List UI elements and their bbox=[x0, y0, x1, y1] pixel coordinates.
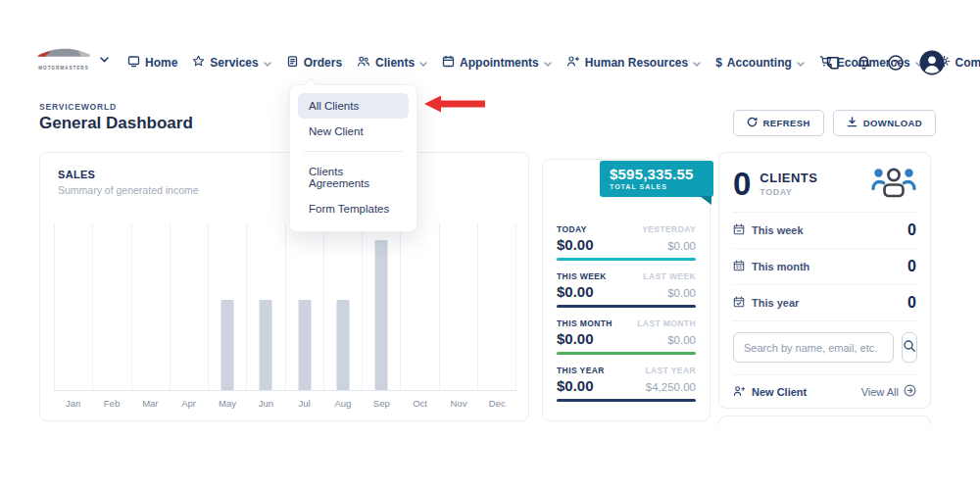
nav-label: Orders bbox=[304, 56, 342, 70]
nav-item-clients[interactable]: Clients bbox=[357, 55, 427, 71]
header-actions: REFRESH DOWNLOAD bbox=[733, 110, 936, 136]
refresh-icon bbox=[747, 117, 758, 129]
chevron-down-icon bbox=[693, 56, 701, 70]
clients-count: 0 bbox=[733, 170, 751, 199]
bell-icon[interactable] bbox=[856, 55, 872, 72]
stat-block-this-year: THIS YEARLAST YEAR $0.00$4,250.00 bbox=[557, 366, 696, 402]
stat-value: $0.00 bbox=[557, 236, 594, 253]
chart-x-label: Jul bbox=[285, 398, 323, 409]
sales-stats-list: TODAYYESTERDAY $0.00$0.00 THIS WEEKLAST … bbox=[557, 224, 696, 413]
nav-label: Appointments bbox=[460, 56, 539, 70]
nav-item-orders[interactable]: Orders bbox=[286, 55, 342, 71]
stat-label: THIS MONTH bbox=[557, 318, 612, 328]
arrow-right-circle-icon bbox=[904, 384, 916, 399]
nav-item-accounting[interactable]: $ Accounting bbox=[715, 56, 805, 70]
chart-column bbox=[400, 223, 438, 390]
stat-compare-value: $0.00 bbox=[667, 240, 696, 252]
client-row-value: 0 bbox=[907, 294, 916, 312]
dropdown-item-clients-agreements[interactable]: Clients Agreements bbox=[298, 159, 409, 196]
person-plus-icon bbox=[566, 55, 580, 71]
clients-row-this-week: This week 0 bbox=[733, 213, 916, 249]
chart-column bbox=[131, 223, 170, 390]
clients-row-this-month: This month 0 bbox=[733, 249, 916, 285]
chart-x-label: Dec bbox=[478, 398, 516, 409]
brand-logo[interactable]: MOTORMASTERS bbox=[35, 46, 109, 71]
chart-bar bbox=[221, 300, 234, 390]
download-label: DOWNLOAD bbox=[863, 118, 922, 128]
stat-label: TODAY bbox=[557, 224, 587, 234]
stat-value: $0.00 bbox=[557, 377, 594, 394]
client-row-value: 0 bbox=[907, 258, 916, 275]
navbar-right-icons: ? bbox=[824, 44, 945, 81]
nav-item-home[interactable]: Home bbox=[127, 55, 177, 71]
refresh-button[interactable]: REFRESH bbox=[733, 110, 824, 136]
dropdown-item-form-templates[interactable]: Form Templates bbox=[298, 196, 409, 221]
chevron-down-icon[interactable] bbox=[100, 49, 109, 67]
chart-x-label: Apr bbox=[170, 398, 208, 409]
chart-column bbox=[246, 223, 284, 390]
stat-compare-label: LAST YEAR bbox=[645, 366, 696, 375]
note-icon[interactable] bbox=[824, 55, 841, 72]
sales-chart-xlabels: JanFebMarAprMayJunJulAugSepOctNovDec bbox=[54, 391, 516, 415]
download-button[interactable]: DOWNLOAD bbox=[833, 110, 936, 136]
dropdown-item-new-client[interactable]: New Client bbox=[298, 119, 409, 144]
car-logo-icon bbox=[35, 46, 92, 65]
breadcrumb: SERVICEWORLD bbox=[39, 102, 117, 112]
chart-column bbox=[285, 223, 323, 390]
clients-card: 0 CLIENTS TODAY This week bbox=[718, 152, 931, 409]
stat-label: THIS WEEK bbox=[557, 271, 607, 281]
chart-column bbox=[477, 223, 516, 390]
stat-compare-label: LAST WEEK bbox=[643, 271, 696, 281]
sales-card-title: SALES bbox=[58, 169, 95, 180]
nav-item-appointments[interactable]: Appointments bbox=[442, 55, 552, 71]
calendar-icon bbox=[442, 55, 455, 71]
stat-block-this-month: THIS MONTHLAST MONTH $0.00$0.00 bbox=[557, 318, 696, 355]
client-row-label-text: This year bbox=[752, 297, 799, 309]
chart-column bbox=[170, 223, 208, 390]
nav-item-human-resources[interactable]: Human Resources bbox=[566, 55, 701, 71]
total-sales-label: TOTAL SALES bbox=[610, 183, 704, 190]
sales-card-subtitle: Summary of generated income bbox=[58, 184, 199, 196]
chart-bar bbox=[298, 300, 311, 390]
stat-underline bbox=[557, 258, 696, 261]
chart-x-label: Aug bbox=[323, 398, 362, 409]
stat-compare-label: YESTERDAY bbox=[642, 224, 696, 234]
chart-column bbox=[362, 223, 400, 390]
calendar-check-icon bbox=[733, 296, 745, 310]
help-icon[interactable]: ? bbox=[887, 54, 905, 72]
new-client-link[interactable]: New Client bbox=[733, 385, 807, 399]
calendar-grid-icon bbox=[733, 260, 745, 273]
page: MOTORMASTERS Home Services Orders bbox=[0, 0, 980, 490]
search-button[interactable] bbox=[902, 332, 917, 363]
dropdown-item-all-clients[interactable]: All Clients bbox=[298, 93, 409, 119]
chart-x-label: Mar bbox=[131, 398, 170, 409]
chevron-down-icon bbox=[264, 56, 271, 70]
client-row-label-text: This week bbox=[752, 224, 804, 236]
avatar[interactable] bbox=[919, 50, 945, 75]
star-icon bbox=[192, 55, 205, 71]
chart-bar bbox=[336, 300, 349, 390]
chart-column bbox=[439, 223, 477, 390]
sales-bar-chart: JanFebMarAprMayJunJulAugSepOctNovDec bbox=[54, 223, 516, 415]
nav-item-services[interactable]: Services bbox=[192, 55, 270, 71]
total-sales-badge: $595,335.55 TOTAL SALES bbox=[600, 161, 713, 197]
chart-column bbox=[208, 223, 246, 390]
total-sales-amount: $595,335.55 bbox=[610, 166, 704, 182]
calendar-minus-icon bbox=[733, 223, 745, 237]
chart-x-label: Oct bbox=[401, 398, 439, 409]
view-all-link[interactable]: View All bbox=[861, 384, 916, 399]
chart-x-label: Jan bbox=[54, 398, 92, 409]
view-all-label: View All bbox=[861, 386, 899, 398]
stat-underline bbox=[557, 305, 696, 308]
stat-value: $0.00 bbox=[557, 283, 594, 300]
search-input[interactable] bbox=[733, 332, 894, 363]
stat-label: THIS YEAR bbox=[557, 366, 605, 375]
stat-block-today: TODAYYESTERDAY $0.00$0.00 bbox=[557, 224, 696, 261]
nav-label: Home bbox=[145, 56, 177, 70]
nav-label: Services bbox=[210, 56, 258, 70]
clients-card-header: 0 CLIENTS TODAY bbox=[733, 166, 916, 213]
svg-text:?: ? bbox=[893, 58, 899, 68]
brand-name: MOTORMASTERS bbox=[38, 66, 88, 71]
clients-search-row bbox=[733, 332, 916, 375]
nav-label: Accounting bbox=[727, 56, 792, 70]
